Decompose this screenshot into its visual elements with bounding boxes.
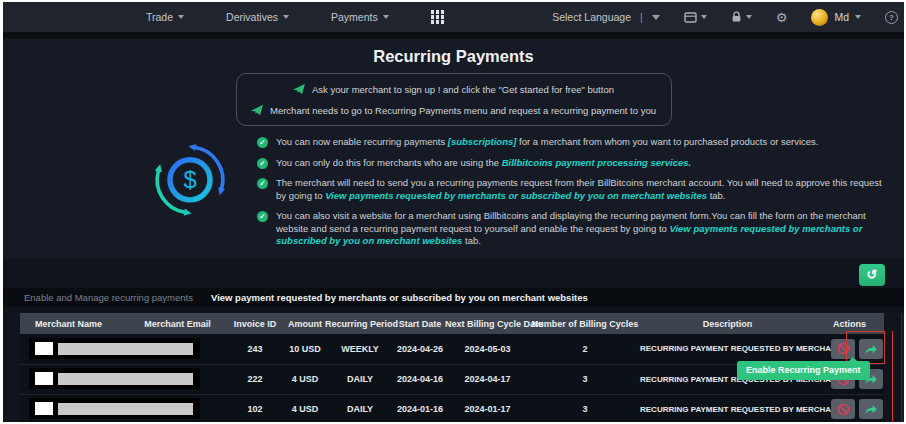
- chevron-down-icon: [855, 15, 861, 19]
- gear-icon: ⚙: [776, 11, 788, 24]
- billbitcoins-link[interactable]: Billbitcoins payment processing services…: [502, 157, 692, 168]
- language-selector[interactable]: Select Language |: [552, 11, 660, 23]
- instruction-line: Ask your merchant to sign up ! and click…: [237, 83, 671, 95]
- app-window: Trade Derivatives Payments Select Langua: [3, 2, 904, 422]
- feature-item: ✓ You can also visit a website for a mer…: [257, 210, 890, 248]
- col-description: Description: [640, 313, 815, 334]
- wallet-menu[interactable]: [684, 12, 707, 23]
- security-menu[interactable]: [731, 11, 752, 23]
- check-icon: ✓: [257, 211, 268, 222]
- nav-right: Select Language | ⚙ Md: [552, 9, 904, 26]
- nav-derivatives[interactable]: Derivatives: [226, 11, 289, 23]
- cell-next-billing: 2024-01-17: [445, 394, 530, 422]
- nav-trade[interactable]: Trade: [146, 11, 184, 23]
- col-recurring-period: Recurring Period: [325, 313, 395, 334]
- col-invoice-id: Invoice ID: [225, 313, 285, 334]
- text-segment: You can only do this for merchants who a…: [276, 157, 502, 168]
- subscriptions-link[interactable]: [subscriptions]: [448, 136, 517, 147]
- chevron-down-icon: [283, 15, 289, 19]
- check-icon: ✓: [257, 137, 268, 148]
- page-title: Recurring Payments: [3, 47, 904, 66]
- cell-recurring-period: DAILY: [325, 364, 395, 394]
- enable-payment-tooltip: Enable Recurring Payment: [737, 361, 870, 380]
- cell-description: RECURRING PAYMENT REQUESTED BY MERCHANT: [640, 394, 815, 422]
- redacted-email: [58, 403, 193, 415]
- nav-left: Trade Derivatives Payments: [3, 10, 444, 24]
- cell-billing-cycles: 3: [530, 394, 640, 422]
- send-icon: [293, 83, 305, 95]
- cancel-payment-button[interactable]: [831, 399, 855, 419]
- view-payments-link[interactable]: View payments requested by merchants or …: [325, 190, 707, 201]
- instruction-line: Merchant needs to go to Recurring Paymen…: [237, 104, 671, 116]
- text-segment: You can now enable recurring payments: [276, 136, 448, 147]
- cell-start-date: 2024-01-16: [395, 394, 445, 422]
- cell-amount: 4 USD: [285, 394, 325, 422]
- instruction-text: Merchant needs to go to Recurring Paymen…: [270, 105, 656, 116]
- chevron-down-icon: [383, 15, 389, 19]
- question-glyph: ?: [889, 13, 894, 22]
- recurring-dollar-icon: $: [149, 134, 231, 226]
- history-button[interactable]: ↺: [859, 264, 885, 286]
- table-header-row: Merchant Name Merchant Email Invoice ID …: [20, 313, 884, 334]
- redacted-email: [58, 343, 193, 355]
- language-label: Select Language: [552, 11, 631, 23]
- feature-text: You can now enable recurring payments [s…: [276, 136, 818, 149]
- feature-text: You can only do this for merchants who a…: [276, 157, 691, 170]
- cell-description: RECURRING PAYMENT REQUESTED BY MERCHANT: [640, 334, 815, 364]
- feature-item: ✓ You can now enable recurring payments …: [257, 136, 890, 149]
- chevron-down-icon: [701, 15, 707, 19]
- tab-view-requested[interactable]: View payment requested by merchants or s…: [211, 292, 588, 303]
- payments-panel: ↺ Enable and Manage recurring payments V…: [3, 258, 904, 422]
- check-icon: ✓: [257, 178, 268, 189]
- redacted-logo: [35, 342, 53, 355]
- tab-enable-manage[interactable]: Enable and Manage recurring payments: [24, 292, 193, 303]
- chevron-down-icon: [178, 15, 184, 19]
- cell-recurring-period: WEEKLY: [325, 334, 395, 364]
- header-divider: [3, 32, 904, 39]
- cell-next-billing: 2024-04-17: [445, 364, 530, 394]
- chevron-down-icon: [652, 15, 660, 20]
- tab-bar: Enable and Manage recurring payments Vie…: [3, 288, 904, 307]
- cell-amount: 4 USD: [285, 364, 325, 394]
- text-segment: tab.: [462, 235, 481, 246]
- help-icon[interactable]: ?: [885, 11, 898, 24]
- cell-billing-cycles: 2: [530, 334, 640, 364]
- feature-text: The merchant will need to send you a rec…: [276, 177, 890, 202]
- col-merchant-name: Merchant Name: [20, 313, 130, 334]
- redacted-merchant-info: [29, 398, 200, 419]
- redacted-email: [58, 373, 193, 385]
- instruction-text: Ask your merchant to sign up ! and click…: [312, 84, 614, 95]
- cell-billing-cycles: 3: [530, 364, 640, 394]
- redacted-logo: [35, 372, 53, 385]
- nav-payments-label: Payments: [331, 11, 378, 23]
- cancel-payment-button[interactable]: [831, 339, 855, 359]
- text-segment: tab.: [707, 190, 726, 201]
- chevron-down-icon: [746, 15, 752, 19]
- feature-text: You can also visit a website for a merch…: [276, 210, 890, 248]
- main-content: Recurring Payments Ask your merchant to …: [3, 39, 904, 258]
- col-actions: Actions: [815, 313, 884, 334]
- block-icon: [837, 342, 850, 355]
- redacted-logo: [35, 402, 53, 415]
- col-next-billing: Next Billing Cycle Date: [445, 313, 530, 334]
- lock-icon: [731, 11, 742, 23]
- enable-payment-button[interactable]: [859, 339, 883, 359]
- page: Trade Derivatives Payments Select Langua: [0, 0, 906, 424]
- col-start-date: Start Date: [395, 313, 445, 334]
- feature-item: ✓ The merchant will need to send you a r…: [257, 177, 890, 202]
- cell-recurring-period: DAILY: [325, 394, 395, 422]
- user-menu[interactable]: Md: [811, 9, 861, 26]
- cell-amount: 10 USD: [285, 334, 325, 364]
- feature-item: ✓ You can only do this for merchants who…: [257, 157, 890, 170]
- cell-start-date: 2024-04-26: [395, 334, 445, 364]
- enable-payment-button[interactable]: [859, 399, 883, 419]
- scrollbar-track: [901, 313, 904, 422]
- instructions-box: Ask your merchant to sign up ! and click…: [236, 73, 672, 126]
- nav-derivatives-label: Derivatives: [226, 11, 278, 23]
- avatar: [811, 9, 828, 26]
- cell-next-billing: 2024-05-03: [445, 334, 530, 364]
- dollar-glyph: $: [183, 167, 196, 193]
- nav-payments[interactable]: Payments: [331, 11, 389, 23]
- apps-grid-icon[interactable]: [431, 10, 445, 24]
- settings-button[interactable]: ⚙: [776, 11, 788, 24]
